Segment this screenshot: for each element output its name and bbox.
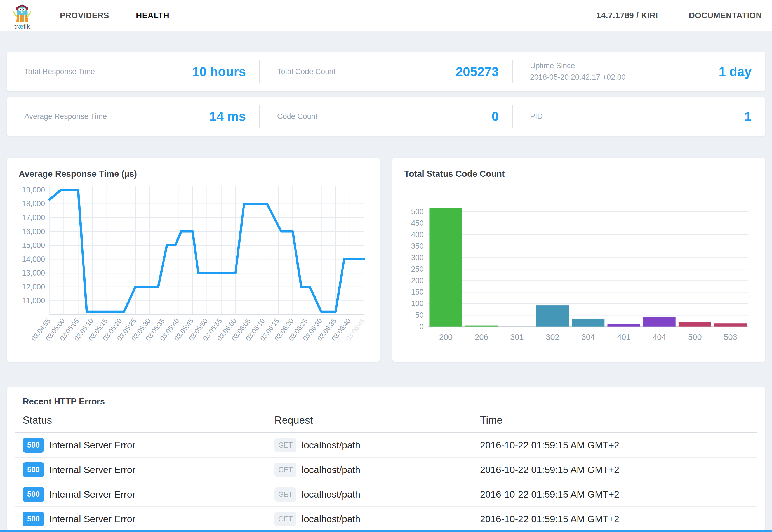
nav-item-providers[interactable]: PROVIDERS xyxy=(60,11,109,20)
status-text: Internal Server Error xyxy=(49,514,135,524)
status-code-badge: 500 xyxy=(23,512,44,526)
stat-average-response-time: Average Response Time 14 ms xyxy=(7,97,259,136)
request-path: localhost/path xyxy=(302,440,360,451)
status-cell: 500 Internal Server Error xyxy=(23,462,274,477)
svg-text:50: 50 xyxy=(415,311,424,319)
status-text: Internal Server Error xyxy=(49,464,135,475)
stats-row-2: Average Response Time 14 ms Code Count 0… xyxy=(7,97,765,136)
request-cell: GET localhost/path xyxy=(274,512,480,526)
svg-text:0: 0 xyxy=(420,323,424,331)
error-time: 2016-10-22 01:59:15 AM GMT+2 xyxy=(480,514,619,524)
svg-text:17,000: 17,000 xyxy=(22,213,45,222)
svg-text:503: 503 xyxy=(724,333,737,342)
svg-text:400: 400 xyxy=(411,230,424,239)
svg-text:350: 350 xyxy=(411,242,424,250)
errors-table-header: Status Request Time xyxy=(15,415,757,433)
request-path: localhost/path xyxy=(302,489,360,500)
http-method-badge: GET xyxy=(274,463,296,477)
errors-table-title: Recent HTTP Errors xyxy=(23,397,757,407)
bottom-progress-bar xyxy=(0,530,772,532)
time-cell: 2016-10-22 01:59:15 AM GMT+2 xyxy=(480,514,757,524)
svg-text:206: 206 xyxy=(475,333,488,342)
stat-value: 0 xyxy=(491,109,499,124)
request-path: localhost/path xyxy=(302,514,360,524)
request-cell: GET localhost/path xyxy=(274,463,480,477)
status-cell: 500 Internal Server Error xyxy=(23,438,274,453)
stat-pid: PID 1 xyxy=(513,97,765,136)
svg-text:100: 100 xyxy=(411,299,424,308)
request-cell: GET localhost/path xyxy=(274,487,480,502)
column-header-status: Status xyxy=(23,415,274,426)
time-cell: 2016-10-22 01:59:15 AM GMT+2 xyxy=(480,440,757,451)
stat-value: 14 ms xyxy=(210,109,246,124)
svg-text:500: 500 xyxy=(688,333,702,342)
svg-text:404: 404 xyxy=(653,333,666,342)
status-cell: 500 Internal Server Error xyxy=(23,487,274,502)
traefik-logo[interactable]: træfik xyxy=(10,2,34,29)
status-cell: 500 Internal Server Error xyxy=(23,512,274,526)
status-code-chart-card: Total Status Code Count 0501001502002503… xyxy=(392,158,765,362)
svg-text:13,000: 13,000 xyxy=(22,269,45,277)
main-content: Total Response Time 10 hours Total Code … xyxy=(0,31,772,531)
time-cell: 2016-10-22 01:59:15 AM GMT+2 xyxy=(480,489,757,500)
stat-value: 1 day xyxy=(719,64,752,79)
status-code-bar-chart: 0501001502002503003504004505002002063013… xyxy=(401,181,757,354)
status-code-badge: 500 xyxy=(23,438,44,453)
stats-row-1: Total Response Time 10 hours Total Code … xyxy=(7,52,765,91)
error-table-row: 500 Internal Server Error GET localhost/… xyxy=(15,433,757,458)
column-header-time: Time xyxy=(480,415,757,426)
stat-value: 205273 xyxy=(456,64,499,79)
svg-text:500: 500 xyxy=(411,208,424,216)
version-label: 14.7.1789 / KIRI xyxy=(596,11,658,20)
svg-text:19,000: 19,000 xyxy=(22,186,45,194)
stat-label: PID xyxy=(530,112,543,121)
stat-sublabel: 2018-05-20 20:42:17 +02:00 xyxy=(530,73,626,82)
svg-text:150: 150 xyxy=(411,288,424,296)
traefik-wordmark: træfik xyxy=(14,23,30,29)
svg-text:15,000: 15,000 xyxy=(22,241,45,249)
svg-text:401: 401 xyxy=(617,333,630,342)
stat-label: Total Code Count xyxy=(277,67,336,76)
status-code-badge: 500 xyxy=(23,487,44,502)
svg-text:302: 302 xyxy=(546,333,559,342)
http-method-badge: GET xyxy=(274,487,296,502)
request-path: localhost/path xyxy=(302,464,360,475)
svg-text:300: 300 xyxy=(411,253,424,262)
svg-text:200: 200 xyxy=(411,276,424,285)
request-cell: GET localhost/path xyxy=(274,438,480,452)
status-code-badge: 500 xyxy=(23,462,44,477)
svg-text:12,000: 12,000 xyxy=(22,283,45,291)
http-method-badge: GET xyxy=(274,438,296,452)
error-table-row: 500 Internal Server Error GET localhost/… xyxy=(15,458,757,482)
charts-row: Average Response Time (µs) 03:04:5503:05… xyxy=(7,158,765,362)
status-text: Internal Server Error xyxy=(49,440,135,451)
status-text: Internal Server Error xyxy=(49,489,135,500)
svg-text:16,000: 16,000 xyxy=(22,227,45,236)
error-time: 2016-10-22 01:59:15 AM GMT+2 xyxy=(480,489,619,500)
svg-text:11,000: 11,000 xyxy=(23,296,45,305)
nav-item-documentation[interactable]: DOCUMENTATION xyxy=(689,11,762,20)
stat-code-count: Code Count 0 xyxy=(260,97,512,136)
response-time-chart-card: Average Response Time (µs) 03:04:5503:05… xyxy=(7,158,380,362)
time-cell: 2016-10-22 01:59:15 AM GMT+2 xyxy=(480,464,757,475)
stat-label: Average Response Time xyxy=(24,112,107,121)
stat-total-response-time: Total Response Time 10 hours xyxy=(7,52,259,91)
stat-total-code-count: Total Code Count 205273 xyxy=(260,52,512,91)
column-header-request: Request xyxy=(274,415,480,426)
http-method-badge: GET xyxy=(274,512,296,526)
stat-label: Total Response Time xyxy=(24,67,95,76)
top-nav: træfik PROVIDERS HEALTH 14.7.1789 / KIRI… xyxy=(0,0,772,31)
stat-value: 1 xyxy=(744,109,752,124)
nav-item-health[interactable]: HEALTH xyxy=(136,11,169,20)
stat-uptime-since: Uptime Since 2018-05-20 20:42:17 +02:00 … xyxy=(513,52,765,91)
traefik-gopher-icon xyxy=(10,2,34,23)
error-rows: 500 Internal Server Error GET localhost/… xyxy=(15,433,757,531)
svg-text:301: 301 xyxy=(510,333,524,342)
error-time: 2016-10-22 01:59:15 AM GMT+2 xyxy=(480,440,619,451)
svg-text:18,000: 18,000 xyxy=(22,199,45,208)
stat-value: 10 hours xyxy=(192,64,246,79)
error-table-row: 500 Internal Server Error GET localhost/… xyxy=(15,482,757,507)
svg-text:450: 450 xyxy=(411,219,424,227)
bar-chart-title: Total Status Code Count xyxy=(404,169,757,179)
response-time-line-chart: 03:04:5503:05:0003:05:0503:05:1003:05:15… xyxy=(15,181,371,356)
